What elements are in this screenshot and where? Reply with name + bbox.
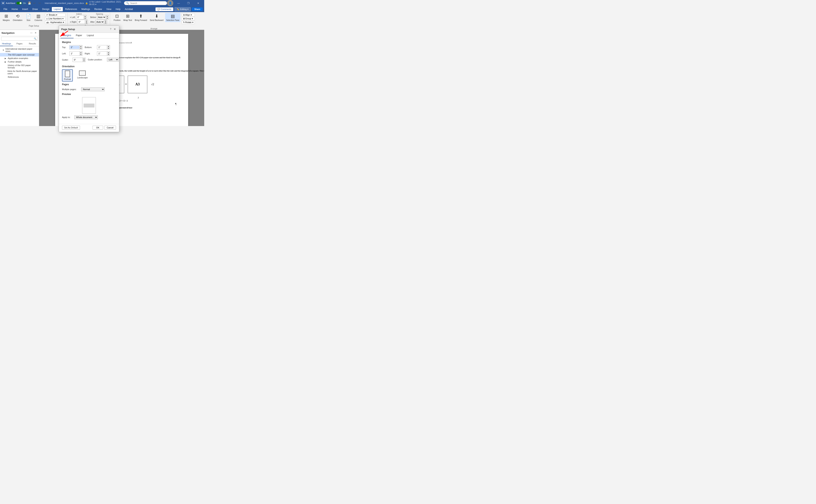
left-up-btn[interactable]: ▲ xyxy=(79,52,82,54)
right-indent-up[interactable]: ▲ xyxy=(85,20,88,22)
cancel-button[interactable]: Cancel xyxy=(104,126,116,126)
group-button[interactable]: ⊞ Group ▾ xyxy=(182,17,194,20)
dialog-tab-paper[interactable]: Paper xyxy=(73,33,84,38)
nav-search-input[interactable] xyxy=(1,37,38,41)
menu-insert[interactable]: Insert xyxy=(20,7,30,11)
right-indent-down[interactable]: ▼ xyxy=(85,22,88,24)
bring-forward-button[interactable]: ⬆ Bring Forward xyxy=(133,13,148,22)
tree-toggle-further[interactable]: ▶ xyxy=(5,61,7,63)
bottom-input[interactable] xyxy=(97,46,107,49)
search-input[interactable] xyxy=(130,2,165,4)
bottom-spinner[interactable]: ▲ ▼ xyxy=(107,45,110,49)
menu-help[interactable]: Help xyxy=(114,7,122,11)
top-input[interactable] xyxy=(70,46,79,49)
left-down-btn[interactable]: ▼ xyxy=(79,54,82,56)
tree-item-iso-concept[interactable]: The ISO paper size concept xyxy=(0,53,39,56)
nav-tab-results[interactable]: Results xyxy=(26,41,39,46)
position-button[interactable]: ⊡ Position xyxy=(112,13,122,22)
gutter-down-btn[interactable]: ▼ xyxy=(82,60,85,62)
redo-icon[interactable]: ↪ xyxy=(37,1,42,5)
nav-tab-pages[interactable]: Pages xyxy=(13,41,26,46)
after-down[interactable]: ▼ xyxy=(104,22,107,24)
undo-icon[interactable]: ↩ xyxy=(32,1,37,5)
columns-button[interactable]: ▥ Columns xyxy=(33,13,43,22)
nav-collapse-button[interactable]: — xyxy=(30,31,33,35)
line-numbers-button[interactable]: ≡ Line Numbers ▾ xyxy=(45,17,65,20)
gutter-spinner[interactable]: ▲ ▼ xyxy=(82,58,85,62)
right-up-btn[interactable]: ▲ xyxy=(107,52,110,54)
after-spinner[interactable]: ▲ ▼ xyxy=(104,20,107,24)
landscape-option[interactable]: Landscape xyxy=(75,69,90,81)
right-down-btn[interactable]: ▼ xyxy=(107,54,110,56)
right-indent-spinner[interactable]: ▲ ▼ xyxy=(85,20,88,24)
autosave-toggle[interactable] xyxy=(16,2,22,4)
menu-home[interactable]: Home xyxy=(10,7,20,11)
tree-item-hints[interactable]: Hints for North American paper users xyxy=(0,69,39,75)
portrait-option[interactable]: Portrait xyxy=(62,69,73,81)
nav-tab-headings[interactable]: Headings xyxy=(0,41,13,46)
menu-layout[interactable]: Layout xyxy=(52,7,63,11)
rotate-button[interactable]: ↻ Rotate ▾ xyxy=(182,21,194,24)
search-bar[interactable]: 🔍 xyxy=(124,1,167,5)
apply-to-select[interactable]: Whole document This point forward xyxy=(74,115,98,119)
menu-design[interactable]: Design xyxy=(40,7,51,11)
menu-references[interactable]: References xyxy=(63,7,79,11)
send-backward-button[interactable]: ⬇ Send Backward xyxy=(149,13,165,22)
ok-button[interactable]: OK xyxy=(92,126,103,126)
left-margin-input[interactable] xyxy=(70,52,79,55)
tree-item-references[interactable]: References xyxy=(0,75,39,79)
before-select[interactable]: Auto xyxy=(97,16,106,19)
menu-review[interactable]: Review xyxy=(92,7,104,11)
nav-close-button[interactable]: ✕ xyxy=(34,31,37,35)
set-default-button[interactable]: Set As Default xyxy=(62,126,80,126)
tree-item-application[interactable]: ▶ Application examples xyxy=(0,56,39,60)
dialog-close-button[interactable]: ✕ xyxy=(113,27,117,31)
before-spinner[interactable]: ▲ ▼ xyxy=(106,15,108,19)
left-indent-input[interactable] xyxy=(76,16,84,19)
share-button[interactable]: Share xyxy=(192,7,202,11)
size-button[interactable]: 📄 Size xyxy=(24,13,33,22)
gutter-pos-select[interactable]: Left Top xyxy=(107,58,119,62)
multiple-pages-select[interactable]: Normal Mirror margins 2 pages per sheet … xyxy=(81,87,105,91)
selection-pane-button[interactable]: ▤ Selection Pane xyxy=(165,13,180,22)
left-indent-up[interactable]: ▲ xyxy=(84,15,86,17)
breaks-button[interactable]: ↵ Breaks ▾ xyxy=(45,13,65,17)
tree-item-history[interactable]: History of the ISO paper formats xyxy=(0,64,39,69)
before-up[interactable]: ▲ xyxy=(106,15,108,17)
right-margin-input[interactable] xyxy=(97,52,107,55)
tree-toggle-root[interactable]: ▼ xyxy=(2,49,5,51)
top-up-btn[interactable]: ▲ xyxy=(79,45,82,47)
menu-view[interactable]: View xyxy=(104,7,113,11)
hyphenation-button[interactable]: ab- Hyphenation ▾ xyxy=(45,21,65,24)
gutter-input[interactable] xyxy=(73,58,82,61)
menu-acrobat[interactable]: Acrobat xyxy=(123,7,135,11)
after-select[interactable]: Auto xyxy=(96,21,104,23)
top-down-btn[interactable]: ▼ xyxy=(79,47,82,49)
bottom-down-btn[interactable]: ▼ xyxy=(107,47,110,49)
orientation-button[interactable]: ⟲ Orientation xyxy=(12,13,24,22)
right-spinner[interactable]: ▲ ▼ xyxy=(107,52,110,56)
close-button[interactable]: ✕ xyxy=(193,0,202,6)
after-up[interactable]: ▲ xyxy=(104,20,107,22)
right-indent-input[interactable] xyxy=(77,20,85,23)
menu-draw[interactable]: Draw xyxy=(30,7,40,11)
left-indent-spinner[interactable]: ▲ ▼ xyxy=(84,15,86,19)
dialog-tab-layout[interactable]: Layout xyxy=(84,33,96,38)
left-spinner[interactable]: ▲ ▼ xyxy=(79,52,82,56)
margins-button[interactable]: ⊞ Margins xyxy=(2,13,11,22)
bottom-up-btn[interactable]: ▲ xyxy=(107,45,110,47)
user-avatar[interactable]: 👤 xyxy=(167,0,173,6)
menu-mailings[interactable]: Mailings xyxy=(79,7,92,11)
left-indent-down[interactable]: ▼ xyxy=(84,17,86,19)
top-spinner[interactable]: ▲ ▼ xyxy=(79,45,82,49)
dialog-help-button[interactable]: ? xyxy=(110,28,111,30)
tree-item-root[interactable]: ▼ International standard paper sizes xyxy=(0,47,39,53)
gutter-up-btn[interactable]: ▲ xyxy=(82,58,85,60)
before-down[interactable]: ▼ xyxy=(106,17,108,19)
wrap-text-button[interactable]: ⊞ Wrap Text xyxy=(122,13,133,22)
save-icon[interactable]: 💾 xyxy=(27,1,32,5)
menu-file[interactable]: File xyxy=(2,7,9,11)
restore-button[interactable]: ❐ xyxy=(184,0,193,6)
tree-toggle-application[interactable]: ▶ xyxy=(5,57,7,59)
editing-button[interactable]: ✏️ Editing ▾ xyxy=(174,7,191,11)
